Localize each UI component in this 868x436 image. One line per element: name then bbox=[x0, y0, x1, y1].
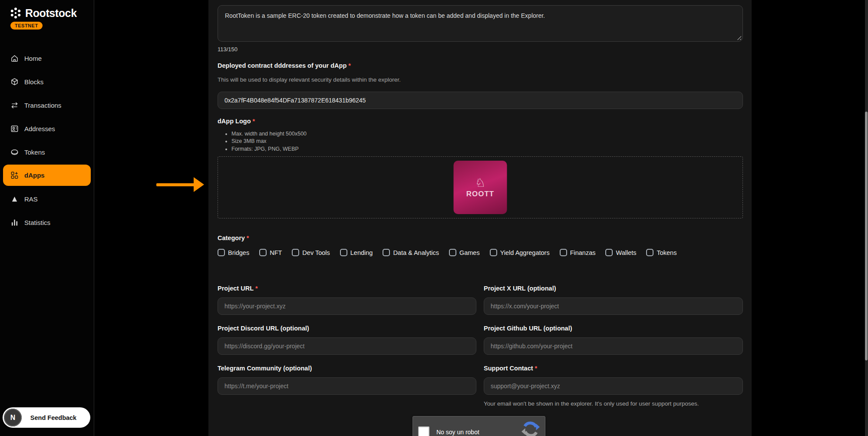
page-scrollbar bbox=[865, 0, 868, 436]
required-mark: * bbox=[348, 62, 351, 69]
category-option-bridges[interactable]: Bridges bbox=[218, 249, 249, 256]
scrollbar-thumb[interactable] bbox=[865, 112, 868, 360]
coin-icon bbox=[10, 148, 19, 156]
send-feedback-button[interactable]: N Send Feedback bbox=[3, 407, 90, 428]
logo-rule: Size 3MB max bbox=[231, 138, 307, 145]
logo-preview-tile: ♘ ROOTT bbox=[454, 161, 507, 214]
category-option-label: Tokens bbox=[657, 249, 677, 256]
logo-rule: Formats: JPG, PNG, WEBP bbox=[231, 145, 307, 153]
category-option-lending[interactable]: Lending bbox=[340, 249, 373, 256]
testnet-badge: TESTNET bbox=[10, 22, 43, 30]
category-option-label: Lending bbox=[350, 249, 373, 256]
field-telegram-community: Telegram Community (optional) bbox=[218, 365, 476, 395]
contract-address-label: Deployed contract dddresses of your dApp… bbox=[218, 62, 351, 69]
field-label: Project X URL (optional) bbox=[484, 285, 743, 292]
checkbox[interactable] bbox=[646, 249, 653, 256]
sidebar-item-blocks[interactable]: Blocks bbox=[0, 70, 94, 93]
field-label: Telegram Community (optional) bbox=[218, 365, 476, 372]
category-option-dev-tools[interactable]: Dev Tools bbox=[292, 249, 330, 256]
project-github-url-input[interactable] bbox=[484, 337, 743, 355]
sidebar-item-addresses[interactable]: Addresses bbox=[0, 117, 94, 140]
contact-card-icon bbox=[10, 125, 19, 133]
logo-tile-text: ROOTT bbox=[466, 190, 495, 198]
contract-address-input[interactable] bbox=[218, 92, 743, 109]
dapp-form-card: RootToken is a sample ERC-20 token creat… bbox=[208, 0, 752, 436]
category-label: Category* bbox=[218, 235, 249, 241]
brand-name: Rootstock bbox=[25, 7, 77, 20]
field-support-contact: Support Contact* Your email won't be sho… bbox=[484, 365, 743, 407]
checkbox[interactable] bbox=[605, 249, 613, 256]
category-option-tokens[interactable]: Tokens bbox=[646, 249, 677, 256]
category-options-row: Bridges NFT Dev Tools Lending Data & Ana… bbox=[218, 249, 677, 256]
dapps-grid-plus-icon bbox=[10, 171, 19, 179]
sidebar-item-transactions[interactable]: Transactions bbox=[0, 93, 94, 117]
logo-upload-dropzone[interactable]: ♘ ROOTT bbox=[218, 156, 743, 218]
sidebar-item-label: RAS bbox=[24, 195, 38, 203]
category-option-label: Finanzas bbox=[570, 249, 596, 256]
category-option-games[interactable]: Games bbox=[449, 249, 480, 256]
sidebar-item-tokens[interactable]: Tokens bbox=[0, 140, 94, 164]
category-option-finanzas[interactable]: Finanzas bbox=[560, 249, 596, 256]
field-label: Project Discord URL (optional) bbox=[218, 325, 476, 332]
category-option-label: Games bbox=[459, 249, 480, 256]
home-icon bbox=[10, 54, 19, 63]
checkbox[interactable] bbox=[449, 249, 456, 256]
recaptcha-label: No soy un robot bbox=[436, 429, 479, 436]
category-option-data-analytics[interactable]: Data & Analytics bbox=[383, 249, 439, 256]
sidebar-item-label: Statistics bbox=[24, 219, 50, 226]
field-label: Project URL* bbox=[218, 285, 476, 292]
required-mark: * bbox=[247, 235, 249, 241]
project-x-url-input[interactable] bbox=[484, 297, 743, 315]
cube-icon bbox=[10, 78, 19, 86]
project-url-input[interactable] bbox=[218, 297, 476, 315]
field-project-discord-url: Project Discord URL (optional) bbox=[218, 325, 476, 355]
sidebar-item-label: Home bbox=[24, 55, 42, 62]
sidebar-item-statistics[interactable]: Statistics bbox=[0, 211, 94, 234]
checkbox[interactable] bbox=[383, 249, 390, 256]
annotation-arrow-icon bbox=[156, 175, 205, 194]
knight-icon: ♘ bbox=[475, 177, 485, 188]
telegram-community-input[interactable] bbox=[218, 377, 476, 395]
checkbox[interactable] bbox=[292, 249, 299, 256]
required-mark: * bbox=[535, 365, 538, 372]
sidebar-item-home[interactable]: Home bbox=[0, 46, 94, 70]
recaptcha-checkbox[interactable] bbox=[418, 426, 429, 436]
logo-requirements-list: Max. width and height 500x500 Size 3MB m… bbox=[226, 130, 307, 153]
dapp-description-textarea[interactable]: RootToken is a sample ERC-20 token creat… bbox=[218, 5, 743, 42]
bar-chart-icon bbox=[10, 218, 19, 227]
checkbox[interactable] bbox=[560, 249, 567, 256]
checkbox[interactable] bbox=[490, 249, 497, 256]
logo-rule: Max. width and height 500x500 bbox=[231, 130, 307, 138]
sidebar-item-label: Transactions bbox=[24, 102, 61, 109]
category-option-label: Bridges bbox=[228, 249, 249, 256]
sidebar-item-ras[interactable]: RAS bbox=[0, 187, 94, 211]
rootstock-logo-icon bbox=[9, 7, 22, 20]
sidebar-nav: Home Blocks Transactions Addresses bbox=[0, 46, 94, 234]
required-mark: * bbox=[253, 118, 255, 125]
field-project-url: Project URL* bbox=[218, 285, 476, 315]
field-project-github-url: Project Github URL (optional) bbox=[484, 325, 743, 355]
recaptcha-widget: No soy un robot bbox=[413, 416, 545, 436]
field-label: Project Github URL (optional) bbox=[484, 325, 743, 332]
dapp-logo-label: dApp Logo* bbox=[218, 118, 255, 125]
triangle-icon bbox=[10, 195, 19, 203]
category-option-label: Dev Tools bbox=[302, 249, 330, 256]
checkbox[interactable] bbox=[259, 249, 267, 256]
checkbox[interactable] bbox=[218, 249, 225, 256]
checkbox[interactable] bbox=[340, 249, 347, 256]
category-option-wallets[interactable]: Wallets bbox=[605, 249, 636, 256]
category-option-label: Yield Aggregators bbox=[500, 249, 550, 256]
field-label: Support Contact* bbox=[484, 365, 743, 372]
feedback-logo-icon: N bbox=[4, 409, 22, 426]
transfer-arrows-icon bbox=[10, 101, 19, 109]
feedback-label: Send Feedback bbox=[22, 414, 90, 421]
sidebar-item-label: Addresses bbox=[24, 125, 55, 132]
category-option-yield-aggregators[interactable]: Yield Aggregators bbox=[490, 249, 550, 256]
support-contact-input[interactable] bbox=[484, 377, 743, 395]
sidebar-item-label: dApps bbox=[24, 172, 45, 179]
sidebar-item-dapps[interactable]: dApps bbox=[3, 165, 91, 186]
required-mark: * bbox=[255, 285, 258, 292]
project-discord-url-input[interactable] bbox=[218, 337, 476, 355]
category-option-nft[interactable]: NFT bbox=[259, 249, 282, 256]
contract-address-helper: This will be used to display relevant se… bbox=[218, 76, 401, 83]
